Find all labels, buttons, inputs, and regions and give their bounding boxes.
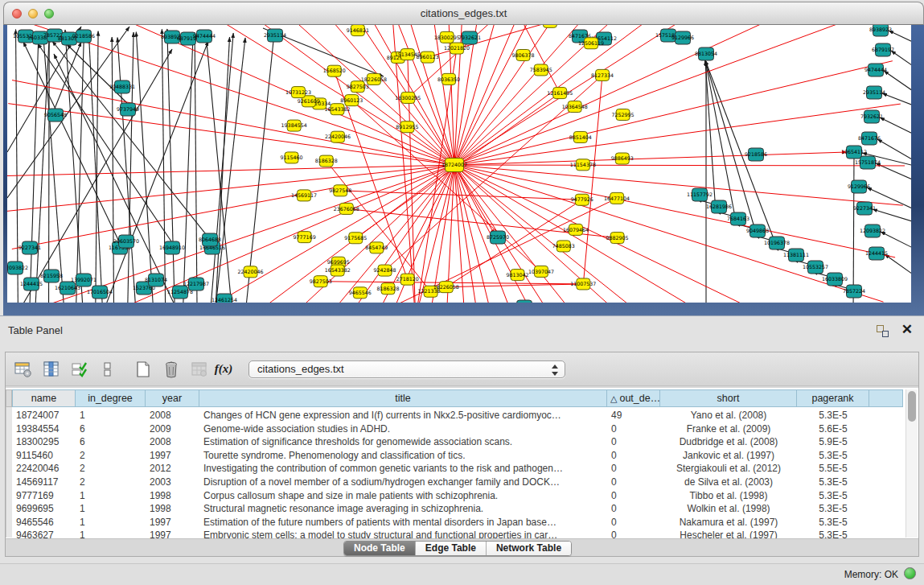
- table-row[interactable]: 969969511998Structural magnetic resonanc…: [12, 502, 901, 516]
- column-header-title[interactable]: title: [199, 389, 607, 407]
- graph-node[interactable]: 9886493: [611, 153, 634, 164]
- graph-node[interactable]: 10488331: [109, 80, 135, 93]
- graph-node[interactable]: 12093822: [7, 262, 28, 274]
- graph-node[interactable]: 9737949: [117, 103, 139, 116]
- graph-node[interactable]: 9827548: [329, 185, 351, 196]
- graph-node[interactable]: 11157792: [687, 188, 713, 201]
- graph-node[interactable]: 1244415: [20, 278, 43, 290]
- graph-node[interactable]: 9218586: [72, 30, 95, 43]
- column-header-pagerank[interactable]: pagerank: [797, 389, 869, 407]
- zoom-window-button[interactable]: [44, 9, 54, 19]
- graph-node[interactable]: 16948910: [159, 241, 185, 254]
- graph-node[interactable]: 2935114: [264, 29, 286, 42]
- graph-node[interactable]: 7932621: [860, 110, 883, 123]
- graph-node[interactable]: 7684163: [727, 212, 749, 225]
- graph-node[interactable]: 9049868: [746, 225, 769, 237]
- minimize-window-button[interactable]: [28, 9, 38, 19]
- graph-node[interactable]: 11381111: [783, 249, 809, 262]
- graph-node[interactable]: 9129966: [848, 180, 870, 193]
- graph-node[interactable]: 7252995: [612, 109, 634, 121]
- graph-node[interactable]: 9477926: [571, 194, 593, 205]
- graph-node[interactable]: 8471676: [858, 132, 881, 145]
- graph-node[interactable]: 22420046: [237, 266, 263, 278]
- graph-node[interactable]: 9827503: [310, 276, 332, 287]
- graph-node[interactable]: 10553257: [803, 261, 828, 274]
- graph-node[interactable]: 8938923: [869, 25, 892, 36]
- graph-node[interactable]: 8186328: [315, 155, 338, 167]
- graph-node[interactable]: 8127334: [591, 69, 614, 80]
- graph-node[interactable]: 16281986: [706, 200, 732, 213]
- window-titlebar[interactable]: citations_edges.txt: [3, 2, 924, 25]
- network-view-canvas[interactable]: 1055325716033809785722488130549218586893…: [7, 25, 911, 303]
- graph-node[interactable]: 16543382: [325, 265, 351, 276]
- graph-node[interactable]: 18300295: [434, 31, 460, 43]
- graph-node[interactable]: 7485083: [552, 241, 575, 252]
- row-selection-icon[interactable]: [69, 359, 90, 380]
- graph-node[interactable]: 9474444: [864, 64, 887, 76]
- tab-node-table[interactable]: Node Table: [344, 542, 415, 555]
- table-row[interactable]: 1830029562008Estimation of significance …: [12, 435, 901, 449]
- graph-node[interactable]: 1568520: [323, 65, 346, 76]
- table-vertical-scrollbar[interactable]: [906, 389, 918, 538]
- column-header-out_degree[interactable]: △out_de…: [607, 389, 660, 407]
- graph-node[interactable]: 9056548: [44, 109, 67, 122]
- graph-node[interactable]: 7857224: [843, 285, 865, 298]
- graph-node[interactable]: 7932621: [458, 31, 481, 44]
- graph-node[interactable]: 8813054: [695, 47, 717, 60]
- graph-node[interactable]: 9146821: [347, 25, 369, 36]
- table-row[interactable]: 1938455462009Genome-wide association stu…: [12, 422, 901, 436]
- close-window-button[interactable]: [12, 9, 22, 19]
- graph-node[interactable]: 2718120: [396, 274, 419, 285]
- graph-node[interactable]: 12461254: [211, 294, 237, 303]
- column-header-name[interactable]: name: [12, 389, 76, 407]
- tab-edge-table[interactable]: Edge Table: [415, 542, 486, 555]
- graph-node[interactable]: 10196378: [764, 237, 790, 249]
- graph-node[interactable]: 9129966: [671, 31, 694, 44]
- graph-node[interactable]: 9115460: [280, 152, 302, 163]
- tab-network-table[interactable]: Network Table: [486, 542, 571, 555]
- table-row[interactable]: 946554611997Estimation of the future num…: [12, 516, 901, 529]
- graph-node[interactable]: 9054946: [513, 300, 536, 303]
- graph-node[interactable]: 8131074: [145, 274, 167, 286]
- graph-node[interactable]: 19384554: [281, 120, 307, 131]
- table-row[interactable]: 977716911998Corpus callosum shape and si…: [12, 489, 901, 503]
- function-builder-icon[interactable]: f(x): [210, 362, 237, 376]
- graph-node[interactable]: 9242848: [374, 265, 396, 276]
- graph-node[interactable]: 9474444: [193, 30, 216, 43]
- graph-node[interactable]: 8064688: [199, 233, 221, 246]
- graph-node[interactable]: 7583945: [530, 64, 552, 76]
- table-row[interactable]: 1872400712008Changes of HCN gene express…: [12, 409, 901, 422]
- table-row[interactable]: 911546021997Tourette syndrome. Phenomeno…: [12, 449, 901, 463]
- graph-node[interactable]: 9882905: [606, 233, 629, 244]
- graph-node[interactable]: 6879197: [872, 43, 894, 56]
- graph-node[interactable]: 10364548: [562, 101, 588, 113]
- graph-node[interactable]: 12161495: [547, 88, 573, 99]
- graph-node[interactable]: 8215958: [40, 270, 63, 282]
- graph-node[interactable]: 8725970: [487, 231, 509, 244]
- close-panel-icon[interactable]: ✕: [901, 321, 913, 338]
- graph-node[interactable]: 8036350: [437, 73, 460, 84]
- float-panel-icon[interactable]: [877, 325, 889, 337]
- graph-node[interactable]: 9227341: [18, 241, 41, 254]
- create-column-icon[interactable]: [133, 359, 154, 380]
- delete-column-icon[interactable]: [161, 359, 182, 380]
- graph-node[interactable]: 1244415: [865, 247, 888, 260]
- table-options-icon[interactable]: [13, 359, 34, 380]
- graph-node[interactable]: 8454749: [365, 242, 388, 253]
- graph-node[interactable]: 16079464: [563, 224, 589, 235]
- graph-node[interactable]: 2935114: [863, 86, 885, 99]
- graph-node[interactable]: 9218586: [745, 148, 767, 161]
- graph-node[interactable]: 8186328: [376, 283, 399, 295]
- graph-node[interactable]: 10397047: [528, 266, 554, 277]
- table-row[interactable]: 1456911722003Disruption of a novel membe…: [12, 476, 901, 489]
- column-header-short[interactable]: short: [660, 389, 797, 407]
- scrollbar-thumb[interactable]: [908, 391, 916, 422]
- table-selector-dropdown[interactable]: citations_edges.txt: [248, 360, 565, 378]
- memory-status-indicator[interactable]: [904, 567, 916, 579]
- graph-node[interactable]: 9227341: [853, 202, 876, 215]
- column-visibility-icon[interactable]: [41, 359, 62, 380]
- column-header-year[interactable]: year: [146, 389, 199, 407]
- table-row[interactable]: 2242004622012Investigating the contribut…: [12, 462, 901, 476]
- graph-node[interactable]: 9605978: [539, 25, 561, 27]
- graph-node[interactable]: 11007537: [570, 278, 596, 290]
